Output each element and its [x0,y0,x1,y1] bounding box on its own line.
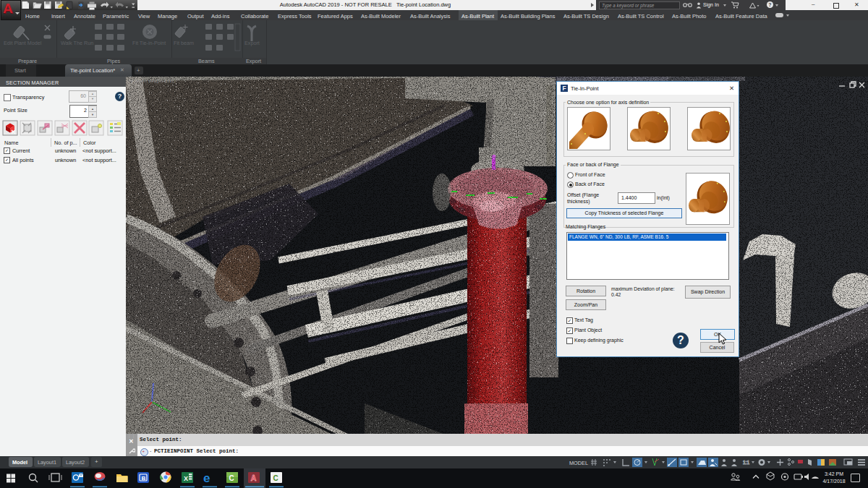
svg-text:A: A [251,474,257,482]
svg-text:B: B [142,475,146,481]
svg-text:C: C [273,474,278,482]
svg-text:e: e [203,471,210,485]
svg-text:C: C [229,474,234,482]
svg-text:X: X [184,475,188,482]
svg-text:1:1: 1:1 [743,460,749,465]
